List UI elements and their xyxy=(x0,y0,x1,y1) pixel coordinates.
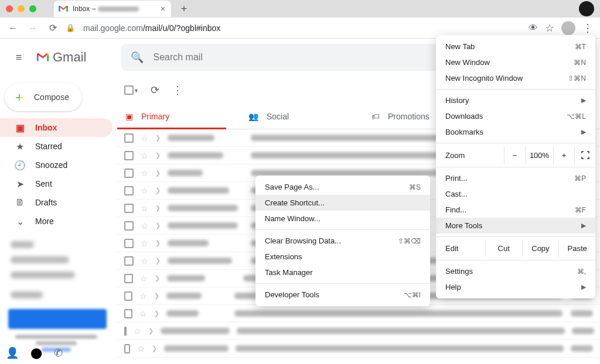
chrome-menu: New Tab⌘T New Window⌘N New Incognito Win… xyxy=(436,35,595,298)
refresh-button[interactable]: ⟳ xyxy=(151,84,159,97)
forward-button[interactable]: → xyxy=(26,21,40,35)
compose-button[interactable]: ＋ Compose xyxy=(5,83,82,111)
tag-icon: 🏷 xyxy=(371,112,380,121)
star-icon: ★ xyxy=(14,141,26,152)
minimize-window-button[interactable] xyxy=(18,5,25,12)
mail-row[interactable]: ☆❯ xyxy=(117,322,600,340)
zoom-label: Zoom xyxy=(436,147,504,163)
person-icon[interactable]: 👤 xyxy=(6,346,19,359)
mail-row[interactable]: ☆❯ xyxy=(117,340,600,358)
row-star-icon[interactable]: ☆ xyxy=(141,133,148,143)
tab-title: Inbox – xyxy=(73,5,96,13)
sidebar-item-sent[interactable]: ➤Sent xyxy=(0,174,112,193)
browser-tab-inbox[interactable]: Inbox – × xyxy=(54,1,171,17)
sidebar-item-drafts[interactable]: 🗎Drafts xyxy=(0,193,112,212)
menu-downloads[interactable]: Downloads⌥⌘L xyxy=(436,108,595,124)
menu-copy[interactable]: Copy xyxy=(522,240,559,257)
gmail-logo[interactable]: Gmail xyxy=(36,50,86,65)
maximize-window-button[interactable] xyxy=(29,5,36,12)
row-checkbox[interactable] xyxy=(124,133,134,143)
menu-help[interactable]: Help▶ xyxy=(436,279,595,295)
titlebar: Inbox – × + xyxy=(0,0,600,18)
mail-row[interactable]: ☆❯ xyxy=(117,305,600,322)
submenu-arrow-icon: ▶ xyxy=(581,128,586,136)
edit-label: Edit xyxy=(436,240,485,257)
menu-settings[interactable]: Settings⌘, xyxy=(436,263,595,279)
send-icon: ➤ xyxy=(14,178,26,190)
more-actions-button[interactable]: ⋮ xyxy=(172,84,183,97)
lock-icon[interactable]: 🔒 xyxy=(66,23,75,32)
window-controls xyxy=(6,5,36,12)
select-all-checkbox[interactable]: ▾ xyxy=(124,85,138,95)
inbox-tab-icon: ▣ xyxy=(125,112,133,121)
inbox-icon: ▣ xyxy=(14,122,26,133)
menu-paste[interactable]: Paste xyxy=(558,240,595,257)
main-menu-icon[interactable]: ≡ xyxy=(7,46,30,69)
eye-icon[interactable]: 👁 xyxy=(529,23,538,33)
sidebar-item-more[interactable]: ⌄More xyxy=(0,212,112,231)
new-tab-button[interactable]: + xyxy=(177,2,191,16)
menu-more-tools[interactable]: More Tools▶ xyxy=(436,218,595,233)
importance-icon[interactable]: ❯ xyxy=(155,134,161,142)
drafts-icon: 🗎 xyxy=(14,197,26,208)
gmail-brand-text: Gmail xyxy=(53,50,86,65)
sidebar-footer: 👤 ⬤ ✆ xyxy=(6,346,63,359)
menu-new-incognito[interactable]: New Incognito Window⇧⌘N xyxy=(436,70,595,86)
menu-edit-row: Edit Cut Copy Paste xyxy=(436,240,595,257)
compose-label: Compose xyxy=(34,92,69,102)
search-icon: 🔍 xyxy=(131,51,144,64)
people-icon: 👥 xyxy=(248,112,258,121)
reload-button[interactable]: ⟳ xyxy=(46,21,60,35)
submenu-arrow-icon: ▶ xyxy=(581,283,586,291)
bookmark-star-icon[interactable]: ☆ xyxy=(545,22,554,35)
sidebar-item-snoozed[interactable]: 🕘Snoozed xyxy=(0,156,112,174)
gmail-favicon-icon xyxy=(59,4,68,13)
more-tools-submenu: Save Page As...⌘S Create Shortcut... Nam… xyxy=(255,176,430,306)
url-display[interactable]: mail.google.com/mail/u/0/?ogbl#inbox xyxy=(83,23,523,33)
plus-icon: ＋ xyxy=(13,88,26,106)
gmail-m-icon xyxy=(36,52,49,63)
close-window-button[interactable] xyxy=(6,5,13,12)
zoom-out-button[interactable]: − xyxy=(504,146,525,164)
submenu-arrow-icon: ▶ xyxy=(581,97,586,104)
menu-clear-browsing-data[interactable]: Clear Browsing Data...⇧⌘⌫ xyxy=(255,233,430,249)
tab-title-blurred xyxy=(98,6,139,12)
phone-icon[interactable]: ✆ xyxy=(54,346,63,359)
profile-button[interactable] xyxy=(579,1,594,16)
menu-new-window[interactable]: New Window⌘N xyxy=(436,54,595,70)
menu-developer-tools[interactable]: Developer Tools⌥⌘I xyxy=(255,287,430,303)
menu-find[interactable]: Find...⌘F xyxy=(436,202,595,218)
menu-task-manager[interactable]: Task Manager xyxy=(255,265,430,280)
chat-icon[interactable]: ⬤ xyxy=(30,346,42,359)
back-button[interactable]: ← xyxy=(6,21,20,35)
account-avatar[interactable] xyxy=(561,21,575,35)
menu-extensions[interactable]: Extensions xyxy=(255,249,430,265)
menu-cut[interactable]: Cut xyxy=(485,240,522,257)
tab-social[interactable]: 👥Social xyxy=(240,104,363,129)
tab-primary[interactable]: ▣Primary xyxy=(117,104,240,129)
sidebar-item-inbox[interactable]: ▣Inbox xyxy=(0,118,112,137)
sidebar-item-starred[interactable]: ★Starred xyxy=(0,137,112,156)
menu-save-page[interactable]: Save Page As...⌘S xyxy=(255,179,430,195)
tab-close-icon[interactable]: × xyxy=(161,4,165,13)
menu-cast[interactable]: Cast... xyxy=(436,186,595,202)
chevron-down-icon: ⌄ xyxy=(14,216,26,227)
menu-name-window[interactable]: Name Window... xyxy=(255,211,430,226)
menu-create-shortcut[interactable]: Create Shortcut... xyxy=(255,195,430,211)
fullscreen-icon xyxy=(581,151,589,159)
menu-new-tab[interactable]: New Tab⌘T xyxy=(436,39,595,54)
hangouts-signin-button[interactable] xyxy=(8,309,107,329)
menu-print[interactable]: Print...⌘P xyxy=(436,170,595,186)
clock-icon: 🕘 xyxy=(14,160,26,171)
submenu-arrow-icon: ▶ xyxy=(581,222,586,229)
fullscreen-button[interactable] xyxy=(574,146,595,164)
sidebar-section-hangouts xyxy=(11,291,43,298)
zoom-value: 100% xyxy=(525,146,553,164)
zoom-in-button[interactable]: + xyxy=(553,146,574,164)
chrome-menu-button[interactable]: ⋮ xyxy=(582,22,593,35)
sidebar-section-meet xyxy=(11,241,75,279)
gmail-sidebar: ＋ Compose ▣Inbox ★Starred 🕘Snoozed ➤Sent… xyxy=(0,76,117,364)
menu-bookmarks[interactable]: Bookmarks▶ xyxy=(436,124,595,140)
menu-history[interactable]: History▶ xyxy=(436,92,595,108)
menu-zoom-row: Zoom − 100% + xyxy=(436,146,595,164)
